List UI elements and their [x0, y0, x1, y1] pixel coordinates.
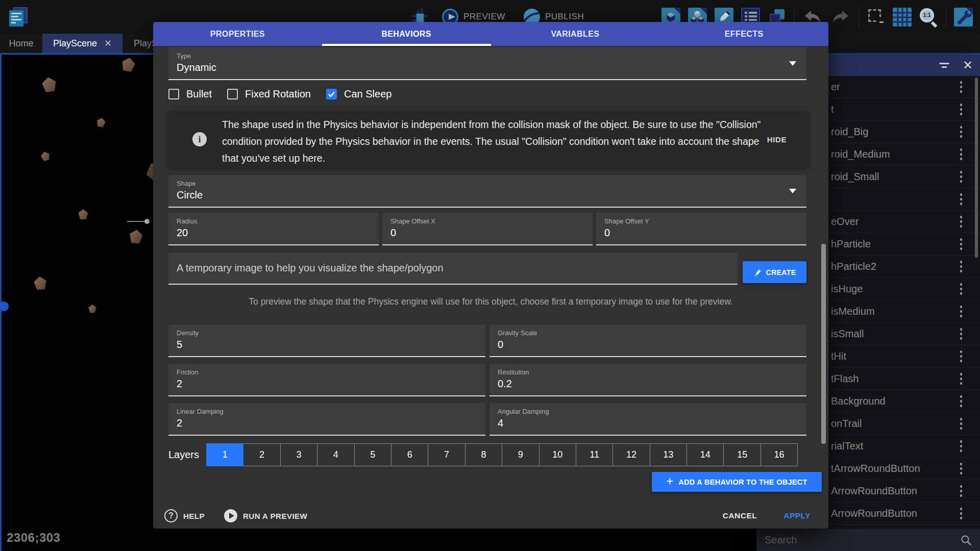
project-settings-icon[interactable] — [954, 8, 973, 27]
layer-button-1[interactable]: 1 — [206, 443, 243, 466]
cancel-button[interactable]: CANCEL — [723, 511, 757, 520]
shape-select[interactable]: Shape Circle — [168, 175, 806, 208]
kebab-menu-icon[interactable] — [953, 349, 969, 363]
field-radius[interactable]: Radius20 — [168, 213, 379, 245]
layer-button-9[interactable]: 9 — [502, 443, 539, 466]
info-box: i The shape used in the Physics behavior… — [168, 111, 809, 167]
field-angular-damping[interactable]: Angular Damping4 — [489, 403, 806, 436]
object-label: hParticle2 — [831, 261, 953, 272]
zoom-one-to-one-icon[interactable]: 1:1 — [919, 8, 938, 27]
publish-button[interactable]: PUBLISH — [545, 12, 584, 22]
asteroid-sprite[interactable] — [88, 305, 96, 313]
redo-icon[interactable] — [830, 9, 851, 24]
object-label: ArrowRoundButton — [831, 485, 953, 497]
kebab-menu-icon[interactable] — [953, 394, 969, 408]
checkbox-fixed-rotation[interactable]: Fixed Rotation — [227, 88, 311, 100]
close-tab-icon[interactable]: ✕ — [104, 38, 112, 49]
selection-handle-dot[interactable] — [0, 302, 9, 311]
checkbox-can-sleep[interactable]: Can Sleep — [326, 88, 391, 100]
search-input[interactable]: Search — [756, 529, 980, 551]
kebab-menu-icon[interactable] — [953, 484, 969, 498]
grid-icon[interactable] — [893, 8, 912, 27]
checkbox-bullet[interactable]: Bullet — [168, 88, 212, 100]
run-preview-button[interactable]: RUN A PREVIEW — [224, 509, 307, 522]
filter-icon[interactable] — [939, 62, 949, 69]
layer-button-5[interactable]: 5 — [354, 443, 391, 466]
deselect-icon[interactable] — [867, 8, 885, 26]
preview-button[interactable]: PREVIEW — [463, 12, 505, 22]
field-linear-damping[interactable]: Linear Damping2 — [168, 403, 485, 436]
kebab-menu-icon[interactable] — [953, 237, 969, 251]
field-density[interactable]: Density5 — [168, 324, 485, 357]
objects-panel-scrollbar[interactable] — [975, 78, 978, 258]
layer-button-14[interactable]: 14 — [687, 443, 724, 466]
kebab-menu-icon[interactable] — [953, 417, 969, 431]
asteroid-sprite[interactable] — [40, 151, 51, 162]
dialog-tab-behaviors[interactable]: BEHAVIORS — [322, 22, 491, 46]
layer-button-6[interactable]: 6 — [391, 443, 428, 466]
layer-button-2[interactable]: 2 — [243, 443, 280, 466]
asteroid-sprite[interactable] — [95, 117, 106, 128]
layer-button-12[interactable]: 12 — [612, 443, 650, 466]
field-shape-offset-y[interactable]: Shape Offset Y0 — [596, 213, 806, 245]
dialog-tab-effects[interactable]: EFFECTS — [659, 22, 828, 46]
layer-button-11[interactable]: 11 — [576, 443, 613, 466]
instance-handle-dot[interactable] — [144, 219, 150, 224]
tab-home[interactable]: Home — [0, 34, 42, 53]
field-gravity-scale[interactable]: Gravity Scale0 — [489, 324, 806, 357]
type-label: Type — [177, 52, 798, 60]
checkbox-label: Can Sleep — [344, 88, 391, 100]
temporary-image-input[interactable]: A temporary image to help you visualize … — [168, 253, 738, 285]
kebab-menu-icon[interactable] — [953, 305, 969, 318]
hide-button[interactable]: HIDE — [765, 133, 789, 146]
field-friction[interactable]: Friction2 — [168, 364, 485, 396]
object-label: tArrowRoundButton — [831, 463, 953, 474]
chevron-down-icon — [789, 61, 796, 66]
layer-button-15[interactable]: 15 — [723, 443, 761, 466]
dialog-scrollbar[interactable] — [821, 244, 826, 444]
kebab-menu-icon[interactable] — [953, 327, 969, 341]
kebab-menu-icon[interactable] — [953, 372, 969, 386]
plus-icon: + — [666, 475, 673, 487]
field-label: Shape Offset X — [390, 217, 584, 225]
asteroid-sprite[interactable] — [128, 229, 143, 244]
layer-button-16[interactable]: 16 — [761, 443, 798, 466]
physics-behavior-dialog: PROPERTIESBEHAVIORSVARIABLESEFFECTS Type… — [153, 22, 828, 529]
asteroid-sprite[interactable] — [78, 209, 88, 219]
close-icon[interactable]: ✕ — [963, 59, 973, 71]
field-label: Restitution — [498, 368, 798, 376]
type-select[interactable]: Type Dynamic — [168, 47, 806, 80]
dialog-tab-variables[interactable]: VARIABLES — [491, 22, 660, 46]
kebab-menu-icon[interactable] — [953, 282, 969, 296]
kebab-menu-icon[interactable] — [953, 260, 969, 273]
tab-playscene[interactable]: PlayScene ✕ — [42, 34, 122, 53]
layer-button-10[interactable]: 10 — [539, 443, 576, 466]
layer-button-3[interactable]: 3 — [280, 443, 317, 466]
asteroid-sprite[interactable] — [33, 276, 47, 290]
field-shape-offset-x[interactable]: Shape Offset X0 — [382, 213, 593, 245]
layer-button-13[interactable]: 13 — [650, 443, 687, 466]
apply-button[interactable]: APPLY — [783, 511, 811, 520]
add-behavior-button[interactable]: + ADD A BEHAVIOR TO THE OBJECT — [652, 472, 822, 492]
kebab-menu-icon[interactable] — [953, 103, 969, 116]
field-restitution[interactable]: Restitution0.2 — [489, 364, 806, 396]
kebab-menu-icon[interactable] — [953, 80, 969, 94]
create-button[interactable]: CREATE — [743, 261, 806, 283]
layer-button-8[interactable]: 8 — [465, 443, 502, 466]
kebab-menu-icon[interactable] — [953, 439, 969, 453]
kebab-menu-icon[interactable] — [953, 125, 969, 139]
layer-button-4[interactable]: 4 — [317, 443, 354, 466]
project-manager-icon[interactable] — [8, 6, 30, 28]
asteroid-sprite[interactable] — [120, 56, 136, 72]
kebab-menu-icon[interactable] — [953, 507, 969, 520]
field-label: Radius — [177, 217, 371, 225]
kebab-menu-icon[interactable] — [953, 170, 969, 184]
dialog-tab-properties[interactable]: PROPERTIES — [153, 22, 322, 46]
layer-button-7[interactable]: 7 — [428, 443, 465, 466]
kebab-menu-icon[interactable] — [953, 215, 969, 229]
asteroid-sprite[interactable] — [41, 76, 58, 93]
kebab-menu-icon[interactable] — [953, 462, 969, 475]
kebab-menu-icon[interactable] — [953, 192, 969, 206]
kebab-menu-icon[interactable] — [953, 147, 969, 161]
help-button[interactable]: ? HELP — [164, 509, 205, 522]
